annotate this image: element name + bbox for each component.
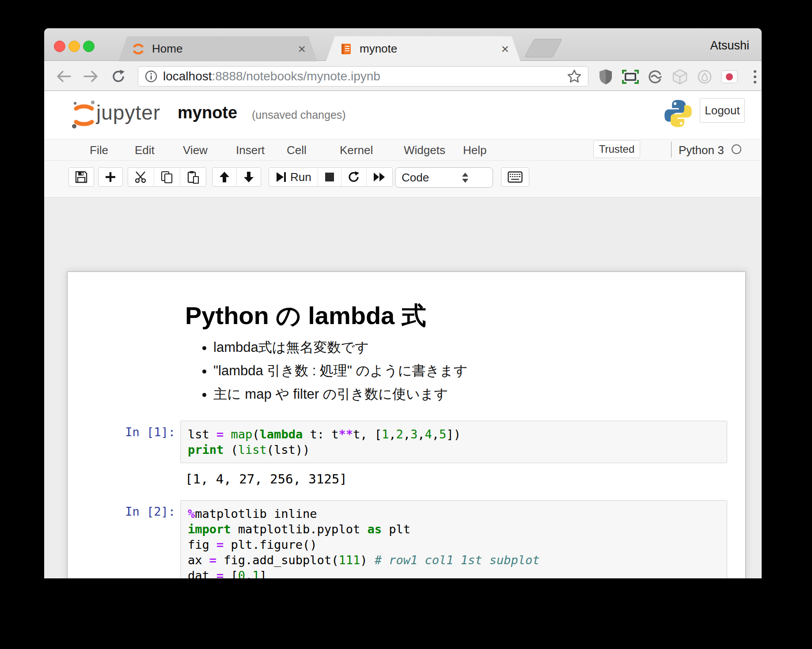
menu-kebab-icon[interactable]: [747, 68, 762, 85]
droplet-extension-icon[interactable]: [696, 68, 713, 85]
zoom-window-button[interactable]: [83, 41, 95, 52]
jupyter-logo-icon[interactable]: [70, 99, 97, 131]
notebook-save-status: (unsaved changes): [252, 109, 346, 121]
menu-help[interactable]: Help: [463, 143, 486, 157]
add-cell-icon[interactable]: [99, 168, 122, 186]
move-up-icon[interactable]: [212, 168, 237, 186]
notebook-menubar: File Edit View Insert Cell Kernel Widget…: [44, 140, 762, 161]
kernel-status-icon: [732, 144, 741, 154]
cell-type-value: Code: [402, 171, 444, 185]
kernel-separator: [671, 142, 672, 158]
python-logo-icon: [662, 97, 694, 130]
browser-toolbar: localhost:8888/notebooks/mynote.ipynb: [44, 61, 762, 91]
jupyter-favicon: [132, 42, 145, 56]
url-host: localhost: [163, 69, 212, 83]
cell1-input-prompt: In [1]:: [68, 425, 175, 439]
copy-icon[interactable]: [154, 168, 180, 186]
jupyter-page: jupyter mynote (unsaved changes) Logout …: [44, 91, 762, 578]
jupyter-header: jupyter mynote (unsaved changes) Logout: [44, 91, 762, 140]
fast-forward-icon[interactable]: [367, 168, 392, 186]
tab-mynote-close-icon[interactable]: ×: [498, 42, 512, 57]
screenshot-extension-icon[interactable]: [622, 68, 639, 85]
browser-profile-name[interactable]: Atsushi: [710, 39, 749, 53]
menu-widgets[interactable]: Widgets: [404, 143, 445, 157]
cell1-code-editor[interactable]: lst = map(lambda t: t**t, [1,2,3,4,5])pr…: [180, 421, 727, 463]
bullet-item: "lambda 引き数 : 処理" のように書きます: [213, 362, 468, 380]
notebook-title[interactable]: mynote: [178, 103, 237, 122]
tab-home-close-icon[interactable]: ×: [295, 42, 308, 57]
cell2-code-editor[interactable]: %matplotlib inlineimport matplotlib.pypl…: [180, 500, 727, 578]
run-icon: [275, 171, 287, 183]
cell-type-select[interactable]: Code: [395, 167, 493, 188]
menu-file[interactable]: File: [90, 143, 108, 157]
tab-home-label: Home: [152, 42, 295, 56]
minimize-window-button[interactable]: [68, 41, 80, 52]
stop-icon[interactable]: [318, 168, 341, 186]
shield-extension-icon[interactable]: [597, 68, 614, 85]
url-text: localhost:8888/notebooks/mynote.ipynb: [163, 69, 380, 83]
menu-view[interactable]: View: [183, 143, 208, 157]
back-arrow-icon[interactable]: [55, 68, 72, 85]
browser-window: Home × mynote × Atsushi: [44, 28, 762, 578]
forward-arrow-icon[interactable]: [82, 68, 100, 85]
bullet-item: lambda式は無名変数です: [213, 338, 468, 357]
restart-icon[interactable]: [341, 168, 367, 186]
japan-flag-extension-icon[interactable]: [721, 68, 738, 85]
jupyter-wordmark[interactable]: jupyter: [96, 101, 160, 125]
cut-icon[interactable]: [128, 168, 154, 186]
reload-icon[interactable]: [110, 68, 127, 85]
trusted-badge[interactable]: Trusted: [593, 140, 640, 158]
kernel-name: Python 3: [679, 143, 724, 157]
notebook-scroll-area[interactable]: Python の lambda 式 lambda式は無名変数です "lambda…: [44, 198, 762, 578]
move-down-icon[interactable]: [237, 168, 261, 186]
select-arrows-icon: [444, 172, 486, 183]
info-icon[interactable]: [144, 70, 158, 83]
url-path: :8888/notebooks/mynote.ipynb: [212, 69, 380, 83]
new-tab-button[interactable]: [524, 39, 562, 57]
close-window-button[interactable]: [54, 41, 65, 52]
save-icon[interactable]: [69, 168, 94, 186]
notebook-toolbar: Run Code: [44, 161, 762, 198]
cell2-input-prompt: In [2]:: [68, 505, 175, 518]
menu-kernel[interactable]: Kernel: [340, 143, 373, 157]
bullet-item: 主に map や filter の引き数に使います: [213, 385, 468, 404]
markdown-heading: Python の lambda 式: [185, 299, 426, 333]
tab-strip: Home × mynote × Atsushi: [44, 28, 762, 61]
paste-icon[interactable]: [180, 168, 206, 186]
menu-edit[interactable]: Edit: [135, 143, 155, 157]
markdown-bullet-list: lambda式は無名変数です "lambda 引き数 : 処理" のように書きま…: [213, 338, 468, 408]
tab-home[interactable]: Home ×: [118, 36, 317, 61]
notebook-container: Python の lambda 式 lambda式は無名変数です "lambda…: [67, 272, 746, 578]
menu-insert[interactable]: Insert: [236, 143, 265, 157]
tab-mynote-label: mynote: [360, 42, 498, 56]
menu-cell[interactable]: Cell: [287, 143, 307, 157]
run-label: Run: [290, 170, 311, 184]
keyboard-icon[interactable]: [501, 168, 529, 186]
logout-button[interactable]: Logout: [700, 98, 745, 123]
bookmark-star-icon[interactable]: [567, 69, 582, 84]
wave-extension-icon[interactable]: [647, 68, 664, 85]
cell1-output: [1, 4, 27, 256, 3125]: [185, 472, 347, 487]
notebook-favicon: [339, 42, 353, 56]
url-bar[interactable]: localhost:8888/notebooks/mynote.ipynb: [138, 66, 588, 87]
cube-extension-icon[interactable]: [672, 68, 688, 85]
run-button[interactable]: Run: [269, 168, 318, 186]
tab-mynote[interactable]: mynote ×: [326, 36, 520, 61]
